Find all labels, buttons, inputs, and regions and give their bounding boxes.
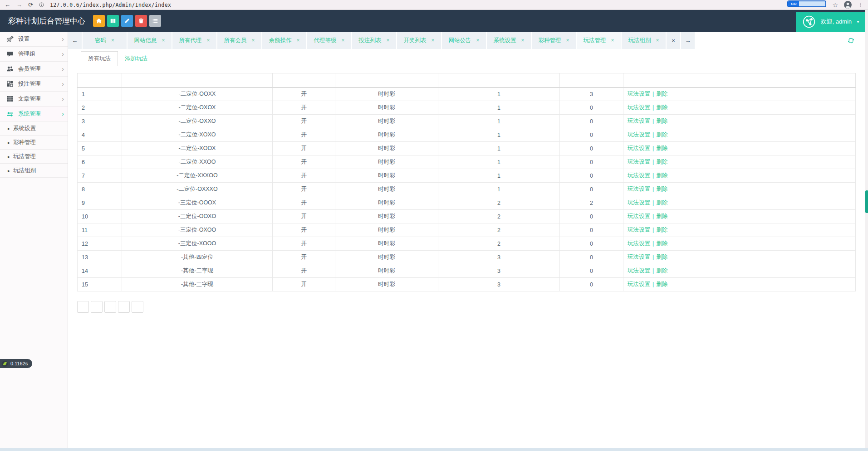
play-settings-link[interactable]: 玩法设置 bbox=[628, 145, 650, 151]
refresh-icon[interactable] bbox=[847, 37, 855, 44]
content-subtab[interactable]: 添加玩法 bbox=[118, 51, 154, 66]
play-settings-link[interactable]: 玩法设置 bbox=[628, 159, 650, 165]
workspace-tab[interactable]: 所有会员 × bbox=[217, 32, 261, 49]
delete-link[interactable]: 删除 bbox=[656, 281, 667, 287]
pagination-item[interactable] bbox=[91, 301, 103, 313]
play-settings-link[interactable]: 玩法设置 bbox=[628, 267, 650, 274]
tab-close-icon[interactable]: × bbox=[656, 38, 659, 43]
workspace-tab[interactable]: 代理等级 × bbox=[307, 32, 351, 49]
tab-scroll-left-icon[interactable]: ← bbox=[68, 32, 82, 49]
sidebar-subitem-label: 系统设置 bbox=[13, 125, 36, 132]
play-settings-link[interactable]: 玩法设置 bbox=[628, 186, 650, 192]
play-settings-link[interactable]: 玩法设置 bbox=[628, 199, 650, 206]
tab-close-icon[interactable]: × bbox=[431, 38, 434, 43]
workspace-tab[interactable]: 投注列表 × bbox=[352, 32, 396, 49]
play-settings-link[interactable]: 玩法设置 bbox=[628, 172, 650, 179]
play-settings-link[interactable]: 玩法设置 bbox=[628, 118, 650, 124]
delete-link[interactable]: 删除 bbox=[656, 199, 667, 206]
scrollbar-thumb[interactable] bbox=[865, 190, 868, 213]
play-settings-link[interactable]: 玩法设置 bbox=[628, 91, 650, 97]
action-separator: | bbox=[652, 145, 654, 151]
table-header-cell bbox=[623, 73, 856, 87]
page-info-icon[interactable] bbox=[39, 2, 44, 7]
sidebar-subitem[interactable]: ▸ 玩法组别 bbox=[0, 164, 68, 178]
bookmark-star-icon[interactable]: ☆ bbox=[832, 2, 838, 8]
delete-link[interactable]: 删除 bbox=[656, 267, 667, 274]
workspace-tab[interactable]: 系统设置 × bbox=[487, 32, 531, 49]
browser-menu-dots-icon[interactable]: ⋮ bbox=[858, 2, 863, 8]
play-settings-link[interactable]: 玩法设置 bbox=[628, 213, 650, 219]
pagination-item[interactable] bbox=[104, 301, 116, 313]
browser-back-icon[interactable]: ← bbox=[5, 2, 10, 8]
play-settings-link[interactable]: 玩法设置 bbox=[628, 104, 650, 111]
tab-close-icon[interactable]: × bbox=[251, 38, 255, 43]
delete-link[interactable]: 删除 bbox=[656, 159, 667, 165]
delete-link[interactable]: 删除 bbox=[656, 131, 667, 138]
tab-close-icon[interactable]: × bbox=[521, 38, 524, 43]
workspace-tab[interactable]: 网站公告 × bbox=[442, 32, 486, 49]
tab-close-icon[interactable]: × bbox=[341, 38, 344, 43]
cell-name: -二定位-OXOX bbox=[122, 101, 273, 115]
pagination-item[interactable] bbox=[118, 301, 130, 313]
header-tool-button[interactable] bbox=[135, 15, 147, 27]
workspace-tab[interactable]: 开奖列表 × bbox=[397, 32, 441, 49]
workspace-tab[interactable]: 玩法管理 × bbox=[577, 32, 621, 49]
header-tool-button[interactable] bbox=[149, 15, 161, 27]
delete-link[interactable]: 删除 bbox=[656, 145, 667, 151]
delete-link[interactable]: 删除 bbox=[656, 227, 667, 233]
tab-scroll-right-icon[interactable]: → bbox=[681, 32, 695, 49]
user-menu[interactable]: 欢迎, admin ▼ bbox=[796, 12, 868, 32]
content-subtab[interactable]: 所有玩法 bbox=[81, 51, 118, 66]
sidebar-item[interactable]: 会员管理 › bbox=[0, 62, 68, 77]
tab-close-icon[interactable]: × bbox=[386, 38, 389, 43]
workspace-tab[interactable]: 余额操作 × bbox=[262, 32, 306, 49]
workspace-tab[interactable]: 网站信息 × bbox=[128, 32, 172, 49]
pagination-item[interactable] bbox=[132, 301, 143, 313]
workspace-tab[interactable]: 密码 × bbox=[83, 32, 127, 49]
play-settings-link[interactable]: 玩法设置 bbox=[628, 240, 650, 247]
pagination-item[interactable] bbox=[77, 301, 89, 313]
play-settings-link[interactable]: 玩法设置 bbox=[628, 131, 650, 138]
header-tool-button[interactable] bbox=[107, 15, 119, 27]
browser-forward-icon[interactable]: → bbox=[16, 2, 22, 8]
vertical-scrollbar[interactable] bbox=[865, 10, 868, 448]
tab-close-icon[interactable]: × bbox=[162, 38, 165, 43]
sidebar-subitem[interactable]: ▸ 系统设置 bbox=[0, 121, 68, 136]
sidebar-item[interactable]: 设置 › bbox=[0, 32, 68, 47]
tab-close-all-icon[interactable]: × bbox=[667, 32, 680, 49]
workspace-tab[interactable]: 彩种管理 × bbox=[532, 32, 576, 49]
workspace-tab[interactable]: 玩法组别 × bbox=[622, 32, 666, 49]
sidebar-subitem[interactable]: ▸ 玩法管理 bbox=[0, 150, 68, 164]
play-settings-link[interactable]: 玩法设置 bbox=[628, 281, 650, 287]
browser-profile-avatar-icon[interactable] bbox=[844, 1, 852, 9]
sidebar-item[interactable]: 系统管理 › bbox=[0, 107, 68, 121]
address-bar-url[interactable]: 127.0.0.6/index.php/Admin/Index/index bbox=[50, 2, 171, 8]
browser-reload-icon[interactable]: ⟳ bbox=[28, 2, 33, 8]
tab-close-icon[interactable]: × bbox=[296, 38, 299, 43]
sidebar-item[interactable]: 管理组 › bbox=[0, 47, 68, 62]
play-settings-link[interactable]: 玩法设置 bbox=[628, 254, 650, 260]
sidebar-item[interactable]: 投注管理 › bbox=[0, 77, 68, 92]
horizontal-scrollbar[interactable] bbox=[0, 448, 868, 451]
tab-close-icon[interactable]: × bbox=[111, 38, 114, 43]
play-settings-link[interactable]: 玩法设置 bbox=[628, 227, 650, 233]
delete-link[interactable]: 删除 bbox=[656, 118, 667, 124]
header-tool-button[interactable] bbox=[121, 15, 133, 27]
delete-link[interactable]: 删除 bbox=[656, 91, 667, 97]
tab-close-icon[interactable]: × bbox=[206, 38, 210, 43]
delete-link[interactable]: 删除 bbox=[656, 172, 667, 179]
delete-link[interactable]: 删除 bbox=[656, 254, 667, 260]
workspace-tab[interactable]: 所有代理 × bbox=[172, 32, 216, 49]
tab-close-icon[interactable]: × bbox=[566, 38, 569, 43]
cell-sort: 0 bbox=[560, 223, 623, 237]
delete-link[interactable]: 删除 bbox=[656, 240, 667, 247]
sidebar-subitem[interactable]: ▸ 彩种管理 bbox=[0, 136, 68, 150]
tab-close-icon[interactable]: × bbox=[611, 38, 614, 43]
delete-link[interactable]: 删除 bbox=[656, 213, 667, 219]
delete-link[interactable]: 删除 bbox=[656, 186, 667, 192]
delete-link[interactable]: 删除 bbox=[656, 104, 667, 111]
header-tool-button[interactable] bbox=[93, 15, 105, 27]
tab-close-icon[interactable]: × bbox=[476, 38, 479, 43]
browser-extension-popup[interactable]: GO bbox=[787, 0, 826, 7]
sidebar-item[interactable]: 文章管理 › bbox=[0, 92, 68, 107]
